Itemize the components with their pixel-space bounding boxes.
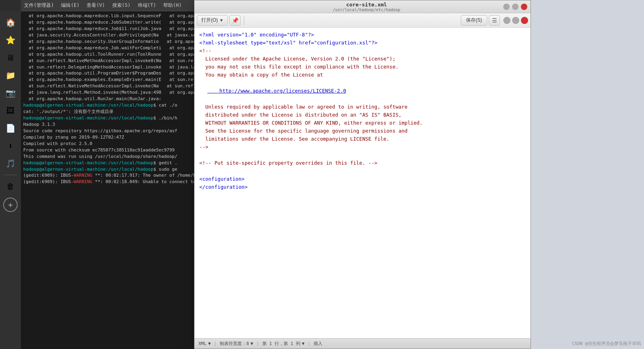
menu-help[interactable]: 帮助(H): [160, 1, 185, 10]
code-line-17: <!-- Put site-specific property override…: [199, 159, 526, 167]
term-line: at org.apache.hadoop.mapreduce.Job$11.ru…: [164, 26, 196, 31]
sidebar-icon-star[interactable]: ⭐: [2, 32, 18, 48]
term-line: at org.apache.hadoop.util.ProgramDriver.…: [164, 71, 196, 76]
hamburger-icon: ☰: [492, 17, 497, 24]
window-maximize-button[interactable]: [512, 4, 518, 10]
status-insert: 插入: [314, 341, 322, 347]
term-line: at org.apache.hadoop.examples.Grep.main(…: [164, 52, 196, 57]
term-line: at java.lang.reflect.Method.invoke(Metho…: [23, 90, 161, 95]
code-line-13: See the License for the specific languag…: [199, 127, 526, 135]
sidebar-icon-files[interactable]: 📁: [2, 67, 18, 83]
toolbar-min-button[interactable]: [503, 17, 510, 24]
terminal-content[interactable]: at org.apache.hadoop.mapreduce.lib.input…: [21, 11, 196, 340]
menu-terminal[interactable]: 终端(T): [135, 1, 160, 10]
term-line: at org.apache.hadoop.mapreduce.Job$11.ru…: [23, 26, 161, 31]
open-label: 打开(O): [201, 17, 218, 24]
sidebar-icon-images[interactable]: 🖼: [2, 103, 18, 119]
term-command-info: This command was run using /usr/local/ha…: [23, 154, 177, 159]
code-line-15: -->: [199, 143, 526, 151]
terminal-menubar: 文件(管理器) 编辑(E) 查看(V) 搜索(S) 终端(T) 帮助(H): [21, 0, 196, 11]
sidebar-icon-desktop[interactable]: 🖥: [2, 50, 18, 66]
term-line: at org.apache.hadoop.util.ToolRunner.run…: [23, 52, 161, 57]
gedit-window-controls: [503, 4, 527, 10]
menu-edit[interactable]: 编辑(E): [58, 1, 83, 10]
code-line-20: </configuration>: [199, 183, 526, 191]
gedit-toolbar: 打开(O) ▼ 📌 保存(S) ☰: [194, 13, 531, 28]
status-cursor: 第 1 行，第 1 列 ▼: [262, 341, 304, 347]
code-line-6: You may obtain a copy of the License at: [199, 71, 526, 79]
term-source-line: Source code repository https://gitbox.ap…: [23, 128, 177, 133]
sidebar-divider: [4, 175, 17, 175]
term-line: at sun.reflect.DelegatingMethodAccessorI…: [161, 83, 196, 89]
term-line: at org.apache.hadoop.mapreduce.lib.input…: [164, 13, 196, 18]
sidebar-icon-camera[interactable]: 📷: [2, 85, 18, 101]
toolbar-max-button[interactable]: [512, 17, 519, 24]
gedit-title-main: core-site.xml: [346, 2, 387, 8]
gedit-statusbar: XML ▼ | 制表符宽度：8 ▼ | 第 1 行，第 1 列 ▼ | 插入: [194, 338, 531, 349]
tab-dropdown-icon: ▼: [251, 341, 253, 346]
code-line-12: WITHOUT WARRANTIES OR CONDITIONS OF ANY …: [199, 119, 526, 127]
open-button[interactable]: 打开(O) ▼: [197, 15, 228, 26]
app-title: 文件(管理器): [24, 2, 54, 9]
term-line: at org.apache.hadoop.examples.Grep.run(G…: [164, 45, 196, 50]
term-line: at sun.reflect.NativeMethodAccessorImpl.…: [164, 58, 196, 63]
sidebar-icon-home[interactable]: 🏠: [2, 14, 18, 30]
menu-button[interactable]: ☰: [489, 15, 500, 26]
gedit-titlebar: core-site.xml /usr/local/hadoop/etc/hado…: [194, 0, 531, 13]
lang-label: XML: [198, 341, 207, 346]
term-prompt-2: hadoop@algernon-virtual-machine:/usr/loc…: [23, 115, 177, 121]
code-line-8[interactable]: http://www.apache.org/licenses/LICENSE-2…: [207, 87, 526, 95]
term-line: at java.lang.reflect.Method.invoke(Metho…: [164, 65, 196, 70]
desktop-sidebar: 🏠 ⭐ 🖥 📁 📷 🖼 📄 ⬇ 🎵 🗑 +: [0, 11, 21, 349]
status-tab-width[interactable]: 制表符宽度：8 ▼: [220, 341, 253, 347]
sidebar-add-icon[interactable]: +: [3, 198, 18, 212]
term-error-1: cat: './output/*': 没有那个文件或目录: [23, 109, 113, 114]
menu-search[interactable]: 搜索(S): [109, 1, 134, 10]
status-lang[interactable]: XML ▼: [198, 341, 211, 346]
term-warn-2: (gedit:6909): IBUS-WARNING **: 00:02:18.…: [23, 179, 196, 184]
code-line-7: [199, 79, 526, 87]
term-prompt-1: hadoop@algernon-virtual-machine:/usr/loc…: [23, 103, 177, 108]
term-line: at org.apache.hadoop.util.ProgramDriver$…: [23, 71, 161, 76]
status-sep-2: |: [256, 341, 259, 346]
gedit-window: core-site.xml /usr/local/hadoop/etc/hado…: [194, 0, 531, 349]
status-sep-1: |: [214, 341, 217, 346]
term-compiled-with: Compiled with protoc 2.5.0: [23, 141, 92, 146]
term-line: at sun.reflect.NativeMethodAccessorImpl.…: [23, 58, 161, 63]
term-line: at org.apache.hadoop.util.RunJar.run(Run…: [164, 90, 196, 95]
term-line: at org.apache.hadoop.mapreduce.lib.input…: [23, 13, 161, 18]
sidebar-icon-downloads[interactable]: ⬇: [2, 138, 18, 154]
term-prompt-3: hadoop@algernon-virtual-machine:/usr/loc…: [23, 160, 177, 165]
window-minimize-button[interactable]: [503, 4, 510, 10]
window-close-button[interactable]: [521, 4, 527, 10]
term-line: at sun.reflect.NativeMethodAccessorImpl.…: [164, 77, 196, 82]
code-line-10: Unless required by applicable law or agr…: [199, 103, 526, 111]
toolbar-close-button[interactable]: [521, 17, 528, 24]
cursor-dropdown-icon: ▼: [302, 341, 305, 346]
code-line-1: <?xml version="1.0" encoding="UTF-8"?>: [199, 31, 526, 39]
sidebar-icon-trash[interactable]: 🗑: [2, 178, 18, 194]
term-compiled-by: Compiled by ztang on 2019-09-12T02:47Z: [23, 135, 124, 140]
term-warn-1: (gedit:6909): IBUS-WARNING **: 00:02:17.…: [23, 173, 196, 178]
pin-button[interactable]: 📌: [229, 15, 241, 26]
gedit-title-center: core-site.xml /usr/local/hadoop/etc/hado…: [230, 2, 503, 12]
term-line: at org.apache.hadoop.mapreduce.JobSubmit…: [164, 20, 196, 25]
menu-view[interactable]: 查看(V): [83, 1, 108, 10]
save-button[interactable]: 保存(S): [461, 15, 487, 26]
code-line-14: limitations under the License. See accom…: [199, 135, 526, 143]
term-line: at org.apache.hadoop.mapreduce.JobSubmit…: [23, 20, 161, 25]
code-line-4: Licensed under the Apache License, Versi…: [199, 55, 526, 63]
term-line: at sun.reflect.NativeMethodAccessorImpl.…: [23, 83, 159, 89]
sidebar-icon-music[interactable]: 🎵: [2, 155, 18, 171]
term-line: at sun.reflect.DelegatingMethodAccessorI…: [23, 65, 161, 70]
code-line-5: you may not use this file except in comp…: [199, 63, 526, 71]
code-editor[interactable]: <?xml version="1.0" encoding="UTF-8"?> <…: [194, 28, 531, 338]
code-line-16: [199, 151, 526, 159]
tab-width-label: 制表符宽度：8: [220, 341, 249, 347]
code-line-11: distributed under the License is distrib…: [199, 111, 526, 119]
term-line: at org.apache.hadoop.security.UserGroupI…: [23, 39, 159, 44]
term-line: at org.apache.hadoop.util.RunJar.main(Ru…: [23, 96, 161, 101]
term-line: at org.apache.hadoop.examples.ExampleDri…: [23, 77, 161, 82]
code-line-2: <?xml-stylesheet type="text/xsl" href="c…: [199, 39, 526, 47]
sidebar-icon-documents[interactable]: 📄: [2, 120, 18, 136]
